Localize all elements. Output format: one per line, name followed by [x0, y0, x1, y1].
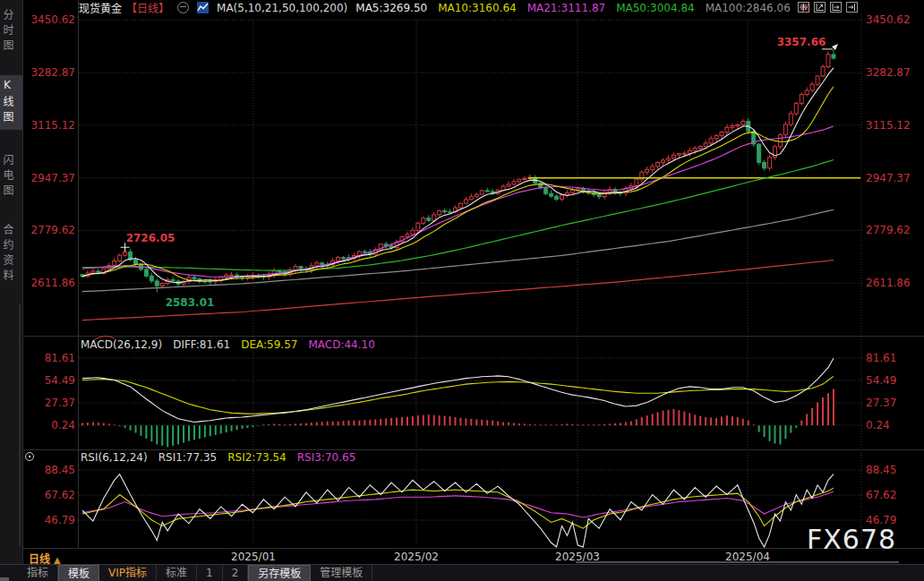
candle-body: [449, 212, 452, 213]
macd-axis-label: 27.37: [45, 397, 75, 409]
scale-axis-right-icon[interactable]: [830, 2, 842, 13]
chart-header: 现货黄金 【日线】 MA(5,10,21,50,100,200) MA5:326…: [79, 1, 810, 14]
candle-body: [480, 191, 483, 194]
sidebar-item-2[interactable]: K线图: [0, 75, 22, 130]
price-annotation: 2583.01: [166, 296, 215, 309]
footer-tab[interactable]: VIP指标: [99, 565, 157, 581]
cursor-arrow-icon: [832, 44, 838, 50]
sidebar-item-1[interactable]: 分时图: [0, 5, 22, 58]
macd-histogram-bar: [305, 423, 307, 425]
candle-body: [800, 94, 803, 103]
macd-histogram-bar: [412, 416, 414, 425]
symbol-title: 现货黄金: [79, 0, 122, 15]
macd-histogram-bar: [465, 418, 466, 425]
candle-body: [245, 277, 249, 278]
rsi3-value: RSI3:70.65: [297, 451, 356, 464]
footer-tab[interactable]: 2: [223, 565, 249, 581]
crosshair-icon[interactable]: [798, 2, 809, 13]
price-axis-label: 3115.12: [866, 119, 911, 132]
macd-histogram-bar: [535, 424, 536, 425]
footer-tab[interactable]: 管理模板: [311, 565, 372, 581]
candle-body: [299, 267, 303, 269]
ma-line-ma10: [82, 87, 834, 282]
macd-histogram-bar: [683, 412, 685, 426]
candle-body: [550, 193, 553, 196]
candle-body: [171, 280, 175, 281]
macd-histogram-bar: [513, 423, 515, 425]
macd-histogram-bar: [571, 424, 573, 425]
footer-tab-bar: 指标模板VIP指标标准12另存模板管理模板: [0, 564, 924, 581]
chart-toolbar: [798, 2, 858, 13]
macd-histogram-bar: [614, 423, 616, 425]
collapse-icon[interactable]: [177, 2, 189, 13]
macd-histogram-bar: [603, 424, 605, 425]
macd-histogram-bar: [327, 422, 329, 426]
macd-histogram-bar: [726, 415, 728, 425]
price-axis-label: 3282.87: [866, 66, 911, 79]
scale-axis-left-icon[interactable]: [814, 2, 826, 13]
macd-histogram-bar: [652, 414, 654, 425]
macd-axis-label: 0.24: [51, 419, 75, 431]
footer-tab[interactable]: 模板: [58, 565, 99, 581]
candle-body: [458, 203, 462, 208]
price-axis-label: 3450.62: [866, 13, 911, 26]
macd-histogram-bar: [119, 425, 121, 426]
macd-histogram-bar: [715, 418, 717, 425]
macd-histogram-bar: [705, 417, 706, 425]
candle-body: [555, 196, 559, 199]
candle-body: [118, 255, 122, 261]
indicator-chart-icon[interactable]: [197, 2, 209, 13]
candle-body: [160, 284, 164, 286]
macd-histogram-bar: [551, 424, 552, 425]
macd-histogram-bar: [268, 424, 270, 425]
sidebar-item-4[interactable]: 合约资料: [0, 220, 22, 288]
exit-right-icon[interactable]: [846, 2, 858, 13]
macd-histogram-bar: [470, 419, 472, 425]
rsi1-value: RSI1:77.35: [158, 451, 218, 464]
footer-tab[interactable]: 指标: [18, 565, 58, 581]
candle-body: [826, 55, 830, 67]
scrollbar-thumb[interactable]: [576, 561, 899, 563]
ma-value: MA100:2846.06: [706, 2, 791, 14]
macd-histogram-bar: [444, 416, 446, 426]
macd-histogram-bar: [577, 424, 578, 425]
rsi-axis-label: 88.45: [866, 464, 896, 476]
candle-body: [443, 210, 447, 211]
macd-histogram-bar: [396, 417, 398, 425]
macd-axis-label: 81.61: [45, 352, 75, 364]
macd-histogram-bar: [678, 410, 680, 425]
candle-body: [422, 218, 425, 224]
sidebar-item-3[interactable]: 闪电图: [0, 150, 22, 203]
macd-histogram-bar: [103, 423, 105, 425]
candle-body: [337, 258, 340, 261]
ma-value: MA5:3269.50: [355, 2, 427, 14]
macd-histogram-bar: [646, 415, 648, 425]
date-axis-label: 2025/02: [394, 551, 439, 563]
macd-histogram-bar: [710, 417, 712, 425]
candle-body: [714, 136, 718, 139]
macd-histogram-bar: [630, 422, 632, 426]
macd-histogram-bar: [135, 425, 137, 432]
rsi-line-rsi2: [82, 488, 834, 528]
macd-diff-line: [82, 358, 834, 423]
candle-body: [469, 197, 473, 200]
chart-canvas[interactable]: 3450.623450.623282.873282.873115.123115.…: [0, 0, 924, 581]
macd-axis-label: 27.37: [866, 397, 896, 409]
macd-histogram-bar: [641, 417, 643, 425]
macd-histogram-bar: [492, 421, 493, 426]
candle-body: [698, 146, 702, 148]
sidebar-scrollbar[interactable]: [19, 304, 21, 546]
footer-tab[interactable]: 另存模板: [248, 565, 311, 581]
macd-histogram-bar: [199, 425, 201, 439]
candle-body: [518, 179, 521, 182]
macd-histogram-bar: [406, 417, 408, 426]
footer-tab[interactable]: 1: [197, 565, 223, 581]
macd-title: MACD(26,12,9): [81, 338, 162, 351]
macd-histogram-bar: [524, 423, 526, 425]
macd-histogram-bar: [252, 425, 253, 427]
candle-body: [342, 258, 346, 259]
footer-tab[interactable]: 标准: [157, 565, 197, 581]
macd-histogram-bar: [332, 422, 334, 426]
macd-histogram-bar: [620, 423, 621, 425]
footer-scroll-nub[interactable]: [0, 577, 9, 581]
